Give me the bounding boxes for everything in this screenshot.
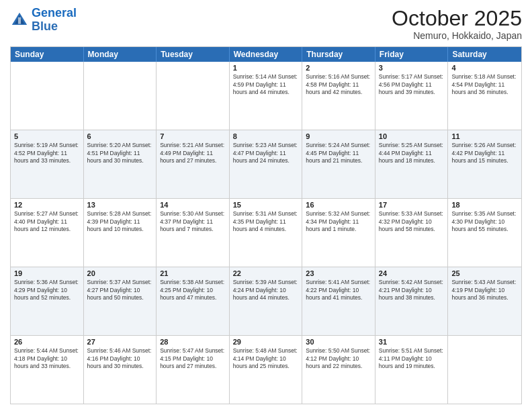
- day-number: 11: [451, 132, 518, 140]
- day-number: 20: [87, 269, 153, 277]
- day-info: Sunrise: 5:19 AM Sunset: 4:52 PM Dayligh…: [14, 142, 80, 165]
- logo-line1: General: [32, 6, 77, 19]
- day-cell-12: 12Sunrise: 5:27 AM Sunset: 4:40 PM Dayli…: [11, 199, 84, 267]
- day-info: Sunrise: 5:17 AM Sunset: 4:56 PM Dayligh…: [379, 73, 445, 96]
- day-number: 7: [160, 132, 226, 140]
- title-block: October 2025 Nemuro, Hokkaido, Japan: [392, 7, 522, 41]
- day-info: Sunrise: 5:14 AM Sunset: 4:59 PM Dayligh…: [233, 73, 299, 96]
- day-info: Sunrise: 5:27 AM Sunset: 4:40 PM Dayligh…: [14, 210, 80, 233]
- day-cell-9: 9Sunrise: 5:24 AM Sunset: 4:45 PM Daylig…: [302, 130, 375, 198]
- day-number: 30: [306, 338, 371, 346]
- day-number: 17: [379, 201, 445, 209]
- svg-rect-2: [18, 17, 21, 24]
- day-cell-22: 22Sunrise: 5:39 AM Sunset: 4:24 PM Dayli…: [230, 267, 303, 335]
- day-info: Sunrise: 5:37 AM Sunset: 4:27 PM Dayligh…: [87, 279, 153, 302]
- day-number: 29: [233, 338, 299, 346]
- day-number: 5: [14, 132, 80, 140]
- day-info: Sunrise: 5:48 AM Sunset: 4:14 PM Dayligh…: [233, 347, 299, 370]
- day-cell-17: 17Sunrise: 5:33 AM Sunset: 4:32 PM Dayli…: [375, 199, 449, 267]
- day-cell-16: 16Sunrise: 5:32 AM Sunset: 4:34 PM Dayli…: [302, 199, 375, 267]
- day-number: 15: [233, 201, 299, 209]
- day-cell-empty-0-1: [84, 62, 157, 130]
- day-number: 16: [306, 201, 371, 209]
- day-cell-23: 23Sunrise: 5:41 AM Sunset: 4:22 PM Dayli…: [302, 267, 375, 335]
- day-cell-27: 27Sunrise: 5:46 AM Sunset: 4:16 PM Dayli…: [84, 336, 157, 404]
- weekday-header-sunday: Sunday: [11, 47, 84, 62]
- day-cell-11: 11Sunrise: 5:26 AM Sunset: 4:42 PM Dayli…: [448, 130, 521, 198]
- day-info: Sunrise: 5:46 AM Sunset: 4:16 PM Dayligh…: [87, 347, 153, 370]
- logo-line2: Blue: [32, 19, 58, 33]
- day-number: 25: [451, 269, 518, 277]
- day-info: Sunrise: 5:24 AM Sunset: 4:45 PM Dayligh…: [306, 142, 371, 165]
- day-cell-empty-4-6: [448, 336, 521, 404]
- day-number: 13: [87, 201, 153, 209]
- day-number: 24: [379, 269, 445, 277]
- day-info: Sunrise: 5:23 AM Sunset: 4:47 PM Dayligh…: [233, 142, 299, 165]
- day-number: 26: [14, 338, 80, 346]
- day-number: 10: [379, 132, 445, 140]
- day-info: Sunrise: 5:31 AM Sunset: 4:35 PM Dayligh…: [233, 210, 299, 233]
- day-info: Sunrise: 5:26 AM Sunset: 4:42 PM Dayligh…: [451, 142, 518, 165]
- day-cell-29: 29Sunrise: 5:48 AM Sunset: 4:14 PM Dayli…: [230, 336, 303, 404]
- logo: General Blue: [10, 7, 77, 34]
- day-info: Sunrise: 5:47 AM Sunset: 4:15 PM Dayligh…: [160, 347, 226, 370]
- day-number: 28: [160, 338, 226, 346]
- calendar-row-2: 12Sunrise: 5:27 AM Sunset: 4:40 PM Dayli…: [11, 198, 521, 267]
- day-info: Sunrise: 5:28 AM Sunset: 4:39 PM Dayligh…: [87, 210, 153, 233]
- day-cell-empty-0-2: [157, 62, 230, 130]
- location: Nemuro, Hokkaido, Japan: [392, 30, 522, 41]
- day-cell-1: 1Sunrise: 5:14 AM Sunset: 4:59 PM Daylig…: [230, 62, 303, 130]
- day-cell-14: 14Sunrise: 5:30 AM Sunset: 4:37 PM Dayli…: [157, 199, 230, 267]
- weekday-header-saturday: Saturday: [448, 47, 521, 62]
- day-cell-26: 26Sunrise: 5:44 AM Sunset: 4:18 PM Dayli…: [11, 336, 84, 404]
- day-cell-24: 24Sunrise: 5:42 AM Sunset: 4:21 PM Dayli…: [375, 267, 449, 335]
- calendar-row-0: 1Sunrise: 5:14 AM Sunset: 4:59 PM Daylig…: [11, 62, 521, 130]
- day-info: Sunrise: 5:42 AM Sunset: 4:21 PM Dayligh…: [379, 279, 445, 302]
- weekday-header-tuesday: Tuesday: [157, 47, 230, 62]
- day-cell-28: 28Sunrise: 5:47 AM Sunset: 4:15 PM Dayli…: [157, 336, 230, 404]
- day-info: Sunrise: 5:35 AM Sunset: 4:30 PM Dayligh…: [451, 210, 518, 233]
- day-info: Sunrise: 5:39 AM Sunset: 4:24 PM Dayligh…: [233, 279, 299, 302]
- day-info: Sunrise: 5:38 AM Sunset: 4:25 PM Dayligh…: [160, 279, 226, 302]
- day-number: 27: [87, 338, 153, 346]
- weekday-header-thursday: Thursday: [302, 47, 375, 62]
- day-cell-8: 8Sunrise: 5:23 AM Sunset: 4:47 PM Daylig…: [230, 130, 303, 198]
- day-number: 2: [306, 64, 371, 72]
- day-cell-25: 25Sunrise: 5:43 AM Sunset: 4:19 PM Dayli…: [448, 267, 521, 335]
- day-cell-3: 3Sunrise: 5:17 AM Sunset: 4:56 PM Daylig…: [375, 62, 449, 130]
- day-info: Sunrise: 5:41 AM Sunset: 4:22 PM Dayligh…: [306, 279, 371, 302]
- day-info: Sunrise: 5:32 AM Sunset: 4:34 PM Dayligh…: [306, 210, 371, 233]
- logo-text: General Blue: [32, 7, 77, 34]
- weekday-header-friday: Friday: [375, 47, 449, 62]
- page: General Blue October 2025 Nemuro, Hokkai…: [0, 0, 532, 411]
- day-cell-15: 15Sunrise: 5:31 AM Sunset: 4:35 PM Dayli…: [230, 199, 303, 267]
- day-number: 22: [233, 269, 299, 277]
- day-number: 8: [233, 132, 299, 140]
- day-number: 1: [233, 64, 299, 72]
- day-info: Sunrise: 5:36 AM Sunset: 4:29 PM Dayligh…: [14, 279, 80, 302]
- day-cell-5: 5Sunrise: 5:19 AM Sunset: 4:52 PM Daylig…: [11, 130, 84, 198]
- day-info: Sunrise: 5:30 AM Sunset: 4:37 PM Dayligh…: [160, 210, 226, 233]
- day-cell-31: 31Sunrise: 5:51 AM Sunset: 4:11 PM Dayli…: [375, 336, 449, 404]
- day-number: 19: [14, 269, 80, 277]
- day-cell-21: 21Sunrise: 5:38 AM Sunset: 4:25 PM Dayli…: [157, 267, 230, 335]
- day-number: 14: [160, 201, 226, 209]
- day-info: Sunrise: 5:33 AM Sunset: 4:32 PM Dayligh…: [379, 210, 445, 233]
- day-info: Sunrise: 5:18 AM Sunset: 4:54 PM Dayligh…: [451, 73, 518, 96]
- calendar-body: 1Sunrise: 5:14 AM Sunset: 4:59 PM Daylig…: [11, 62, 521, 404]
- day-cell-20: 20Sunrise: 5:37 AM Sunset: 4:27 PM Dayli…: [84, 267, 157, 335]
- calendar: SundayMondayTuesdayWednesdayThursdayFrid…: [10, 46, 522, 404]
- day-number: 31: [379, 338, 445, 346]
- day-cell-10: 10Sunrise: 5:25 AM Sunset: 4:44 PM Dayli…: [375, 130, 449, 198]
- day-cell-4: 4Sunrise: 5:18 AM Sunset: 4:54 PM Daylig…: [448, 62, 521, 130]
- day-number: 9: [306, 132, 371, 140]
- day-cell-2: 2Sunrise: 5:16 AM Sunset: 4:58 PM Daylig…: [302, 62, 375, 130]
- day-info: Sunrise: 5:16 AM Sunset: 4:58 PM Dayligh…: [306, 73, 371, 96]
- day-number: 23: [306, 269, 371, 277]
- logo-icon: [10, 11, 29, 30]
- header: General Blue October 2025 Nemuro, Hokkai…: [10, 7, 522, 41]
- month-title: October 2025: [392, 7, 522, 30]
- day-info: Sunrise: 5:25 AM Sunset: 4:44 PM Dayligh…: [379, 142, 445, 165]
- weekday-header-monday: Monday: [84, 47, 157, 62]
- day-info: Sunrise: 5:51 AM Sunset: 4:11 PM Dayligh…: [379, 347, 445, 370]
